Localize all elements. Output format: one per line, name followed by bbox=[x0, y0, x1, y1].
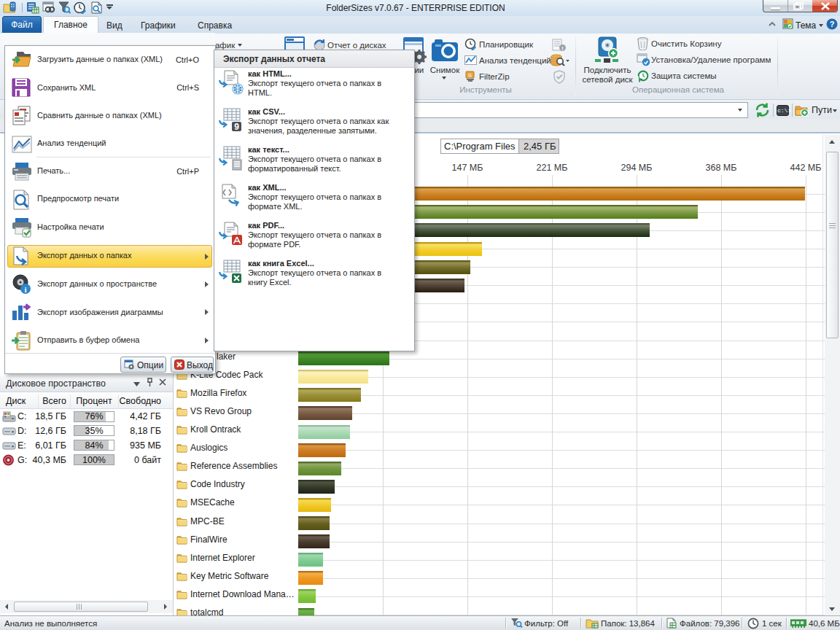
svg-text:9: 9 bbox=[234, 122, 239, 132]
svg-text:S: S bbox=[468, 72, 472, 79]
svg-text:i: i bbox=[24, 285, 26, 294]
svg-text:?: ? bbox=[830, 20, 835, 28]
svg-text:!: ! bbox=[561, 45, 564, 52]
